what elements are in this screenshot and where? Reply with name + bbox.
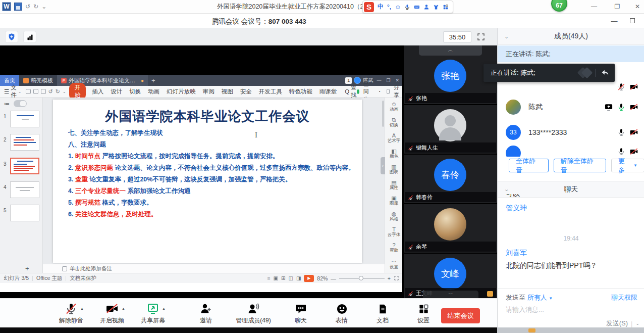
mic-options-caret[interactable]: ▲ <box>80 307 84 310</box>
zoom-out-button[interactable]: — <box>331 275 336 281</box>
settings-button[interactable]: 设置 <box>409 302 438 325</box>
sogou-input-toolbar[interactable]: S 中 °, ☺ <box>362 1 453 13</box>
chat-message-input[interactable]: 请输入消息... <box>506 305 544 314</box>
sorter-view-icon[interactable]: ⊞ <box>281 275 285 281</box>
new-tab-button[interactable]: + <box>148 75 159 86</box>
rail-cloud-font[interactable]: T云字体 <box>385 227 403 237</box>
send-options-caret[interactable]: ⌄ <box>635 321 639 326</box>
word-restore-button[interactable]: ❐ <box>609 0 626 13</box>
ribbon-tab-developer[interactable]: 开发工具 <box>259 88 282 96</box>
camera-off-icon[interactable] <box>629 103 638 111</box>
mic-on-icon[interactable] <box>617 103 625 111</box>
camera-off-icon[interactable] <box>629 128 638 136</box>
camera-off-icon[interactable] <box>629 83 638 91</box>
unmute-all-button[interactable]: 解除全体静音 <box>554 159 606 172</box>
ribbon-tab-design[interactable]: 设计 <box>111 88 122 96</box>
rail-wordart[interactable]: A艺术字 <box>385 133 403 143</box>
outline-view-icon[interactable]: ≔ <box>4 101 10 107</box>
emoji-picker-icon[interactable]: ☺ <box>395 4 401 11</box>
fit-slide-icon[interactable] <box>394 275 399 281</box>
panel-toggle-icon[interactable] <box>14 100 27 107</box>
invite-button[interactable]: 邀请 <box>191 302 221 325</box>
share-label[interactable]: 分享 <box>394 84 400 99</box>
taskbar-alert-icon[interactable] <box>528 328 535 332</box>
ribbon-tab-insert[interactable]: 插入 <box>92 88 103 96</box>
share-options-caret[interactable]: ▲ <box>162 307 166 310</box>
chat-permission-link[interactable]: 聊天权限 <box>611 293 637 302</box>
notes-placeholder[interactable]: 单击此处添加备注 <box>70 265 112 272</box>
theme-label[interactable]: Office 主题 <box>36 275 62 282</box>
end-meeting-button[interactable]: 结束会议 <box>441 308 480 323</box>
ribbon-tab-rain-classroom[interactable]: 雨课堂 <box>319 88 337 96</box>
zoom-slider-knob[interactable] <box>359 276 363 280</box>
security-shield-button[interactable] <box>5 31 18 43</box>
video-tile[interactable]: 键舞人生 <box>404 106 497 155</box>
slide-thumbnail-4[interactable] <box>10 181 39 198</box>
unmute-button[interactable]: ▲ 解除静音 <box>57 302 86 325</box>
save-icon[interactable] <box>14 3 22 11</box>
voice-input-icon[interactable] <box>404 4 410 10</box>
rail-transition[interactable]: ⧉切换 <box>385 117 403 127</box>
docs-button[interactable]: 文档 <box>368 302 397 325</box>
rail-settings[interactable]: 设置 <box>385 264 403 269</box>
tab-count-badge[interactable]: 1 <box>345 77 352 84</box>
quick-toolbar[interactable]: ↺↻⌄ <box>26 88 69 95</box>
share-screen-button[interactable]: ▲ 共享屏幕 <box>138 302 168 325</box>
rail-animation[interactable]: ✩动画 <box>385 102 403 112</box>
word-close-button[interactable]: ✕ <box>629 0 644 13</box>
account-icon[interactable] <box>423 4 430 10</box>
ribbon-tab-slideshow[interactable]: 幻灯片放映 <box>167 88 196 96</box>
send-button[interactable]: 发送(S) <box>606 319 628 328</box>
video-tile[interactable]: 春伶 韩春伶 <box>404 156 497 204</box>
strip-expand-button[interactable]: ﹀ <box>423 291 478 298</box>
protection-status[interactable]: 文档未保护 <box>70 275 96 282</box>
collapse-chat-icon[interactable]: ⌄ <box>504 186 509 193</box>
ribbon-tab-transition[interactable]: 切换 <box>129 88 141 96</box>
notes-view-icon[interactable]: ≡ <box>267 275 271 281</box>
current-slide[interactable]: 外国语学院本科毕业论文工作会议 七、关注学生动态，了解学生现状 八、注意问题 1… <box>53 100 362 263</box>
meeting-minimize-button[interactable]: — <box>607 15 622 27</box>
slide-thumbnail-2[interactable] <box>10 134 39 151</box>
rail-style[interactable]: ◍风格 <box>385 211 403 221</box>
sidebar-collapse-handle[interactable]: › <box>381 157 385 174</box>
rail-properties[interactable]: ▤属性 <box>385 180 403 190</box>
normal-view-icon[interactable]: ▣ <box>274 275 278 281</box>
slideshow-play-button[interactable]: ▶ <box>304 275 314 282</box>
member-row-133[interactable]: 33 133****2333 <box>498 121 644 144</box>
send-target-dropdown[interactable]: 所有人 ▼ <box>527 294 553 301</box>
redo-icon[interactable]: ↻ <box>33 3 38 10</box>
chat-sender[interactable]: 管义珅 <box>506 204 527 213</box>
slide-thumbnail-5[interactable] <box>10 205 39 221</box>
mic-off-icon[interactable] <box>617 128 625 136</box>
word-minimize-button[interactable]: — <box>585 0 603 13</box>
ribbon-tab-animation[interactable]: 动画 <box>148 88 159 96</box>
zoom-slider[interactable] <box>339 278 385 279</box>
toolbox-icon[interactable] <box>443 4 449 10</box>
network-signal-button[interactable] <box>23 31 36 43</box>
video-options-caret[interactable]: ▲ <box>122 307 125 310</box>
rail-help[interactable]: ?帮助 <box>385 243 403 253</box>
punctuation-mode-icon[interactable]: °, <box>387 4 391 11</box>
video-tile[interactable]: 余琴 <box>404 205 497 254</box>
member-row-clipped[interactable] <box>498 144 644 157</box>
sogou-logo-icon[interactable]: S <box>364 2 374 12</box>
fullscreen-button[interactable] <box>476 32 486 41</box>
rail-more[interactable]: … <box>385 257 403 262</box>
member-row-chenwu[interactable]: 陈武 <box>498 96 644 118</box>
undo-icon[interactable]: ↺ <box>25 3 30 10</box>
collapse-members-icon[interactable]: ⌄ <box>504 33 509 40</box>
mic-off-icon[interactable] <box>617 148 625 156</box>
file-menu[interactable]: ☰文件⌄ <box>0 84 26 99</box>
meeting-maximize-button[interactable] <box>625 15 640 27</box>
more-button[interactable]: 更多▼ <box>611 159 644 172</box>
canvas-scrollbar[interactable] <box>382 101 384 127</box>
slide-thumbnail-3-selected[interactable] <box>10 158 39 174</box>
column-view-icon[interactable]: ◫ <box>288 275 293 281</box>
find-button[interactable]: Q查找 <box>345 84 356 99</box>
zoom-in-button[interactable]: + <box>388 275 391 281</box>
notes-bar[interactable]: 单击此处添加备注 <box>43 264 385 273</box>
ribbon-tab-features[interactable]: 特色功能 <box>289 88 312 96</box>
manage-members-button[interactable]: 管理成员(49) <box>232 302 275 325</box>
reading-view-icon[interactable]: ◨ <box>296 275 301 281</box>
quick-access-chevron-icon[interactable]: ⌄ <box>41 3 46 10</box>
